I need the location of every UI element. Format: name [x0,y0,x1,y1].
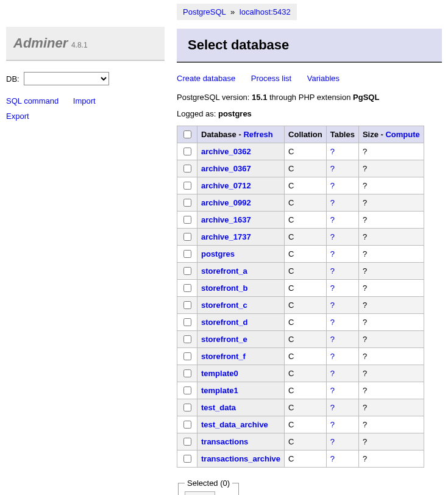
row-db-name: test_data [197,399,285,416]
db-name-link[interactable]: archive_0362 [201,147,251,156]
row-collation: C [285,143,327,160]
db-name-link[interactable]: storefront_e [201,335,247,344]
db-name-link[interactable]: archive_0992 [201,198,251,207]
tables-count-link[interactable]: ? [330,181,335,190]
tables-count-link[interactable]: ? [330,232,335,241]
row-checkbox-cell [177,194,197,212]
row-checkbox-cell [177,212,197,229]
table-row: transactionsC?? [177,433,424,450]
breadcrumb-host[interactable]: localhost:5432 [240,7,291,16]
variables-link[interactable]: Variables [307,74,340,83]
row-checkbox-cell [177,450,197,468]
tables-count-link[interactable]: ? [330,283,335,293]
row-db-name: archive_0992 [197,194,285,212]
db-name-link[interactable]: storefront_c [201,301,247,310]
row-checkbox[interactable] [183,199,191,207]
refresh-link[interactable]: Refresh [243,130,272,139]
tables-count-link[interactable]: ? [330,454,335,463]
row-checkbox[interactable] [183,318,191,326]
row-checkbox[interactable] [183,148,191,155]
row-tables: ? [326,331,358,348]
table-row: storefront_eC?? [177,331,424,348]
app-name: Adminer [13,35,68,51]
sql-command-link[interactable]: SQL command [6,96,59,105]
tables-count-link[interactable]: ? [330,301,335,310]
tables-count-link[interactable]: ? [330,164,335,173]
process-list-link[interactable]: Process list [251,74,291,83]
row-checkbox[interactable] [183,216,191,224]
row-checkbox[interactable] [183,421,191,429]
row-tables: ? [326,263,358,280]
row-checkbox[interactable] [183,438,191,446]
row-collation: C [285,331,327,348]
tables-count-link[interactable]: ? [330,437,335,446]
db-name-link[interactable]: transactions_archive [201,454,280,463]
db-name-link[interactable]: storefront_b [201,283,248,293]
table-row: test_data_archiveC?? [177,416,424,433]
import-link[interactable]: Import [73,96,96,105]
db-name-link[interactable]: test_data [201,403,236,412]
db-select[interactable] [24,72,109,85]
db-name-link[interactable]: archive_0712 [201,181,251,190]
row-checkbox[interactable] [183,233,191,241]
row-checkbox[interactable] [183,250,191,258]
row-size: ? [358,433,424,450]
row-tables: ? [326,177,358,194]
row-checkbox[interactable] [183,352,191,360]
table-row: postgresC?? [177,246,424,263]
db-name-link[interactable]: postgres [201,249,235,258]
row-checkbox[interactable] [183,284,191,292]
row-db-name: storefront_e [197,331,285,348]
row-checkbox[interactable] [183,335,191,343]
row-checkbox[interactable] [183,182,191,190]
row-checkbox[interactable] [183,386,191,394]
tables-count-link[interactable]: ? [330,369,335,378]
row-checkbox[interactable] [183,165,191,173]
compute-link[interactable]: Compute [385,130,419,139]
row-size: ? [358,331,424,348]
db-name-link[interactable]: archive_1637 [201,215,251,224]
db-name-link[interactable]: template1 [201,386,238,395]
db-name-link[interactable]: archive_1737 [201,232,251,241]
db-name-link[interactable]: transactions [201,437,248,446]
row-checkbox-cell [177,382,197,399]
tables-count-link[interactable]: ? [330,318,335,327]
db-name-link[interactable]: storefront_f [201,352,246,361]
row-checkbox-cell [177,297,197,314]
tables-count-link[interactable]: ? [330,352,335,361]
export-link[interactable]: Export [6,112,29,121]
table-row: archive_0712C?? [177,177,424,194]
row-size: ? [358,280,424,297]
tables-count-link[interactable]: ? [330,266,335,276]
create-database-link[interactable]: Create database [177,74,235,83]
breadcrumb-driver[interactable]: PostgreSQL [183,7,226,16]
row-size: ? [358,382,424,399]
row-checkbox[interactable] [183,267,191,275]
tables-count-link[interactable]: ? [330,403,335,412]
row-checkbox-cell [177,399,197,416]
row-collation: C [285,416,327,433]
db-name-link[interactable]: test_data_archive [201,420,268,429]
db-name-link[interactable]: archive_0367 [201,164,251,173]
db-name-link[interactable]: storefront_a [201,266,247,276]
row-checkbox[interactable] [183,301,191,309]
tables-count-link[interactable]: ? [330,249,335,258]
table-row: storefront_bC?? [177,280,424,297]
selected-fieldset: Selected (0) Drop [178,479,239,495]
db-name-link[interactable]: storefront_d [201,318,248,327]
tables-count-link[interactable]: ? [330,386,335,395]
db-name-link[interactable]: template0 [201,369,238,378]
table-row: archive_0362C?? [177,143,424,160]
selected-legend: Selected (0) [185,479,232,488]
select-all-checkbox[interactable] [183,130,191,138]
tables-count-link[interactable]: ? [330,198,335,207]
tables-count-link[interactable]: ? [330,420,335,429]
table-row: storefront_cC?? [177,297,424,314]
tables-count-link[interactable]: ? [330,335,335,344]
drop-button[interactable]: Drop [185,491,215,495]
row-checkbox[interactable] [183,369,191,377]
row-checkbox[interactable] [183,455,191,463]
row-checkbox[interactable] [183,404,191,411]
tables-count-link[interactable]: ? [330,215,335,224]
tables-count-link[interactable]: ? [330,147,335,156]
